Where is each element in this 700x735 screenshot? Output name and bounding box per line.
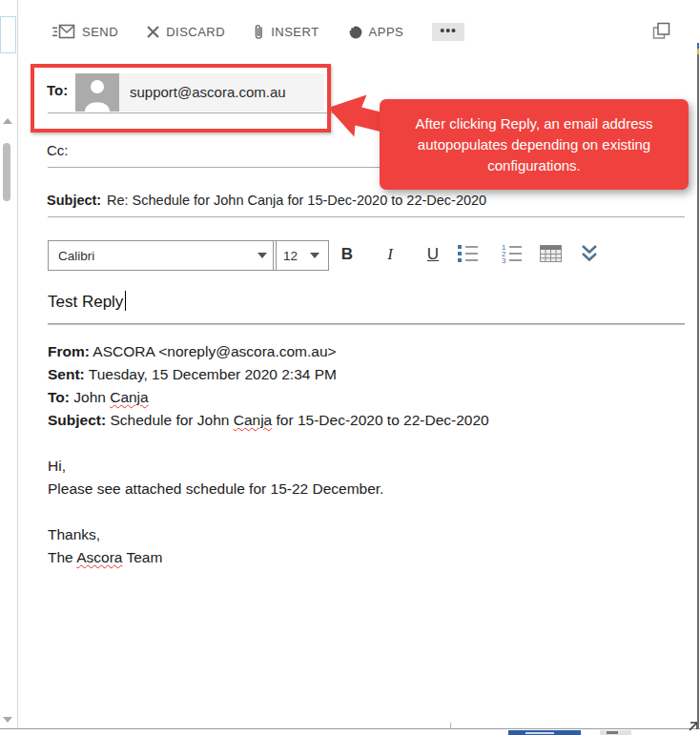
right-border-yellow-fragment xyxy=(697,49,699,54)
italic-button[interactable]: I xyxy=(375,240,405,269)
more-commands-button[interactable]: ••• xyxy=(432,23,464,41)
quoted-from-value: ASCORA <noreply@ascora.com.au> xyxy=(90,343,337,359)
insert-label: INSERT xyxy=(271,25,319,39)
email-compose-window: SEND DISCARD INSERT APPS ••• xyxy=(0,0,700,735)
chevron-down-icon xyxy=(257,253,267,258)
popout-button[interactable] xyxy=(652,22,670,44)
insert-button[interactable]: INSERT xyxy=(254,24,319,40)
discard-label: DISCARD xyxy=(166,25,225,39)
misspelled-word: Canja xyxy=(110,389,149,405)
right-window-border xyxy=(697,54,699,728)
apps-button[interactable]: APPS xyxy=(348,25,404,39)
font-family-value: Calibri xyxy=(58,249,94,263)
apps-icon xyxy=(348,25,362,39)
cutoff-blue-button[interactable] xyxy=(508,730,581,735)
send-envelope-icon xyxy=(52,24,75,40)
font-family-select[interactable]: Calibri xyxy=(48,240,277,271)
quoted-message-divider xyxy=(48,323,685,325)
subject-input[interactable]: Re: Schedule for John Canja for 15-Dec-2… xyxy=(107,193,486,208)
discard-x-icon xyxy=(147,26,159,38)
insert-table-button[interactable] xyxy=(540,245,562,266)
quoted-message: From: ASCORA <noreply@ascora.com.au> Sen… xyxy=(48,340,489,569)
scrollbar-up-arrow[interactable] xyxy=(3,118,12,124)
send-button[interactable]: SEND xyxy=(52,24,118,40)
left-panel-sliver xyxy=(0,0,18,728)
annotation-callout: After clicking Reply, an email address a… xyxy=(380,99,689,190)
bullet-list-button[interactable] xyxy=(457,243,479,268)
more-formatting-button[interactable] xyxy=(581,244,598,267)
bottom-separator-tick xyxy=(450,723,451,728)
cutoff-gray-button[interactable] xyxy=(600,730,631,735)
font-size-value: 12 xyxy=(283,249,298,263)
quoted-signature: The Ascora Team xyxy=(48,546,489,569)
quoted-sent-value: Tuesday, 15 December 2020 2:34 PM xyxy=(85,366,337,382)
discard-button[interactable]: DISCARD xyxy=(147,25,225,39)
quoted-from-label: From: xyxy=(48,343,90,359)
misspelled-word: Ascora xyxy=(76,549,122,565)
quoted-subject-line: Subject: Schedule for John Canja for 15-… xyxy=(48,409,489,432)
quoted-closing: Thanks, xyxy=(48,523,489,546)
quoted-subject-label: Subject: xyxy=(48,412,106,428)
quoted-sent-line: Sent: Tuesday, 15 December 2020 2:34 PM xyxy=(48,363,489,386)
message-body-editor[interactable]: Test Reply xyxy=(48,291,126,312)
table-icon xyxy=(540,245,562,262)
more-ellipsis-icon: ••• xyxy=(440,23,457,38)
apps-label: APPS xyxy=(369,25,404,39)
subject-underline xyxy=(48,216,685,217)
bold-button[interactable]: B xyxy=(332,240,362,269)
cutoff-button-text xyxy=(525,732,554,734)
quoted-greeting: Hi, xyxy=(48,455,489,478)
font-size-select[interactable]: 12 xyxy=(273,240,329,271)
underline-button[interactable]: U xyxy=(418,240,448,269)
annotation-highlight-rectangle xyxy=(31,64,331,133)
scrollbar-down-arrow[interactable] xyxy=(3,717,12,723)
compose-toolbar: SEND DISCARD INSERT APPS ••• xyxy=(52,23,464,41)
text-cursor xyxy=(125,291,126,311)
numbered-list-button[interactable]: 1 2 3 xyxy=(501,243,523,268)
bullet-list-icon xyxy=(457,243,479,264)
more-formatting-chevrons-icon xyxy=(581,244,598,263)
numbered-list-icon: 1 2 3 xyxy=(501,243,523,264)
quoted-body-line: Please see attached schedule for 15-22 D… xyxy=(48,478,489,500)
body-text: Test Reply xyxy=(48,293,123,311)
chevron-down-icon xyxy=(310,253,319,258)
cc-label: Cc: xyxy=(47,142,69,158)
subject-label: Subject: xyxy=(47,193,101,208)
quoted-to-line: To: John Canja xyxy=(48,386,489,409)
send-label: SEND xyxy=(82,25,118,39)
quoted-sent-label: Sent: xyxy=(48,366,85,382)
scrollbar-thumb[interactable] xyxy=(3,143,10,201)
bottom-window-border xyxy=(0,728,700,729)
insert-paperclip-icon xyxy=(254,24,264,40)
misspelled-word: Canja xyxy=(234,412,273,428)
cutoff-button-text xyxy=(607,731,618,734)
quoted-to-label: To: xyxy=(48,389,70,405)
quoted-from-line: From: ASCORA <noreply@ascora.com.au> xyxy=(48,340,489,363)
svg-text:3: 3 xyxy=(502,256,506,264)
left-panel-box xyxy=(0,16,16,53)
popout-icon xyxy=(652,22,670,40)
